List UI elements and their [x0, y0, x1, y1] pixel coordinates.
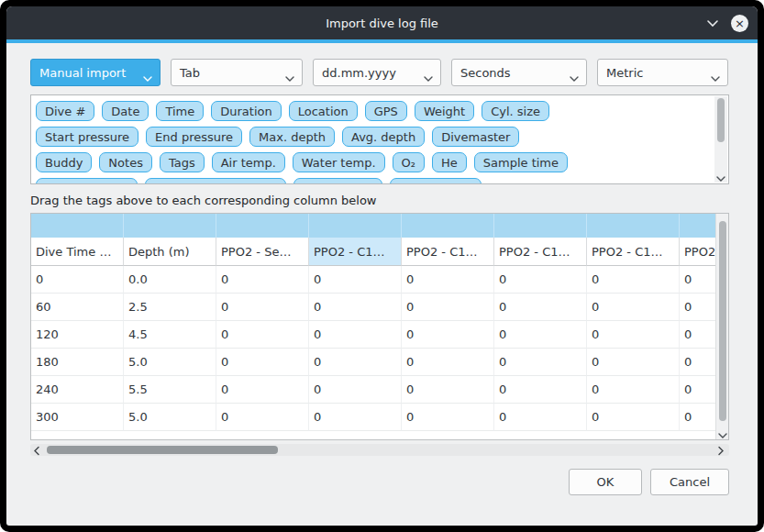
table-horizontal-scrollbar[interactable] [30, 444, 729, 456]
tag-chip[interactable]: Location [289, 101, 358, 121]
tag-chip[interactable]: Water temp. [293, 152, 385, 172]
table-row: 60 2.5 0 0 0 0 0 0 [31, 294, 715, 321]
dialog-button-row: OK Cancel [30, 469, 729, 495]
import-preview-table: Dive Time … Depth (m) PPO2 - Se… PPO2 - … [30, 213, 729, 440]
tag-chip[interactable]: Sample pO₂ [293, 178, 382, 184]
chevron-down-icon [285, 71, 294, 84]
table-cell: 0 [680, 294, 715, 321]
column-header[interactable]: Depth (m) [124, 238, 216, 266]
table-cell: 2.5 [124, 294, 216, 321]
tag-chip[interactable]: Start pressure [36, 127, 138, 147]
import-mode-value: Manual import [39, 66, 126, 80]
table-vertical-scrollbar[interactable] [715, 214, 728, 439]
units-system-select[interactable]: Metric [597, 59, 728, 86]
column-header[interactable]: PPO2 - C1… [680, 238, 715, 266]
table-cell: 0 [309, 321, 402, 349]
column-header[interactable]: Dive Time … [31, 238, 124, 266]
tag-chip[interactable]: Cyl. size [482, 101, 549, 121]
tag-chip[interactable]: Dive # [36, 101, 94, 121]
column-header[interactable]: PPO2 - C1… [587, 238, 680, 266]
table-cell: 5.5 [124, 376, 216, 404]
vertical-scrollbar-thumb[interactable] [719, 221, 726, 421]
tag-chip[interactable]: Time [156, 101, 204, 121]
table-cell: 0 [494, 266, 587, 294]
titlebar-accent [6, 39, 758, 43]
chevron-down-icon[interactable] [705, 16, 720, 30]
table-cell: 0 [587, 294, 680, 321]
table-cell: 0 [309, 404, 402, 431]
tag-chip[interactable]: Divemaster [432, 127, 519, 147]
tag-chip[interactable]: GPS [365, 101, 407, 121]
column-header[interactable]: PPO2 - C1… [494, 238, 587, 266]
table-cell: 120 [31, 321, 124, 349]
titlebar[interactable]: Import dive log file × [6, 6, 758, 39]
table-cell: 0 [309, 294, 402, 321]
tag-chip[interactable]: Weight [415, 101, 474, 121]
column-drop-target[interactable] [216, 214, 309, 238]
cancel-button[interactable]: Cancel [650, 469, 729, 495]
tag-chip[interactable]: Buddy [36, 152, 92, 172]
scroll-down-icon[interactable] [718, 428, 727, 438]
tag-chip[interactable]: End pressure [146, 127, 242, 147]
column-drop-target[interactable] [494, 214, 587, 238]
table-cell: 0 [309, 266, 402, 294]
column-drop-target[interactable] [31, 214, 124, 238]
tags-scrollbar[interactable] [714, 96, 727, 183]
duration-units-value: Seconds [460, 66, 511, 80]
scroll-right-icon[interactable] [717, 445, 726, 455]
column-drop-target[interactable] [309, 214, 402, 238]
column-drop-target[interactable] [402, 214, 494, 238]
close-button[interactable]: × [731, 15, 748, 32]
import-options-row: Manual import Tab dd.mm.yyyy Seconds [30, 59, 729, 86]
window-frame: Import dive log file × Manual import Tab [0, 0, 764, 532]
table-row: 240 5.5 0 0 0 0 0 0 [31, 376, 715, 404]
duration-units-select[interactable]: Seconds [451, 59, 587, 86]
table-cell: 0 [494, 349, 587, 376]
table-cell: 0 [587, 321, 680, 349]
tag-chip[interactable]: O₂ [393, 152, 425, 172]
column-drop-target[interactable] [680, 214, 715, 238]
table-cell: 0 [680, 321, 715, 349]
table-cell: 0 [494, 321, 587, 349]
tag-chip[interactable]: Tags [160, 152, 205, 172]
table-cell: 0 [494, 294, 587, 321]
instruction-label: Drag the tags above to each correspondin… [30, 194, 729, 207]
table-row: 180 5.0 0 0 0 0 0 0 [31, 349, 715, 376]
tag-chip[interactable]: Avg. depth [342, 127, 425, 147]
date-format-select[interactable]: dd.mm.yyyy [313, 59, 441, 86]
tags-scrollbar-thumb[interactable] [717, 98, 725, 142]
tag-chip[interactable]: Air temp. [212, 152, 285, 172]
column-header-highlighted[interactable]: PPO2 - C1… [309, 238, 402, 266]
table-viewport: Dive Time … Depth (m) PPO2 - Se… PPO2 - … [31, 214, 715, 439]
tag-chip[interactable]: Date [102, 101, 149, 121]
tag-chip[interactable]: Sample temperature [145, 178, 287, 184]
scroll-left-icon[interactable] [33, 445, 42, 455]
table-cell: 300 [31, 404, 124, 431]
table-cell: 0 [402, 376, 494, 404]
table-cell: 0.0 [124, 266, 216, 294]
tag-chip[interactable]: Max. depth [249, 127, 335, 147]
column-drop-target[interactable] [124, 214, 216, 238]
tag-chip[interactable]: Notes [99, 152, 152, 172]
chevron-down-icon [143, 71, 152, 84]
ok-button[interactable]: OK [569, 469, 642, 495]
table-cell: 0 [587, 376, 680, 404]
table-cell: 0 [216, 349, 309, 376]
field-separator-select[interactable]: Tab [171, 59, 303, 86]
table-cell: 0 [216, 376, 309, 404]
tag-chip[interactable]: Duration [211, 101, 281, 121]
column-header[interactable]: PPO2 - C1… [402, 238, 494, 266]
tag-chip[interactable]: Sample CNS [390, 178, 482, 184]
import-mode-select[interactable]: Manual import [30, 59, 161, 86]
table-cell: 240 [31, 376, 124, 404]
scroll-down-icon[interactable] [716, 172, 725, 181]
tag-chip[interactable]: He [432, 152, 467, 172]
chevron-down-icon [570, 71, 579, 84]
tag-chip[interactable]: Sample time [474, 152, 568, 172]
table-cell: 0 [309, 376, 402, 404]
table-cell: 0 [402, 266, 494, 294]
tag-chip[interactable]: Sample depth [36, 178, 138, 184]
column-header[interactable]: PPO2 - Se… [216, 238, 309, 266]
horizontal-scrollbar-thumb[interactable] [47, 446, 278, 454]
column-drop-target[interactable] [587, 214, 680, 238]
